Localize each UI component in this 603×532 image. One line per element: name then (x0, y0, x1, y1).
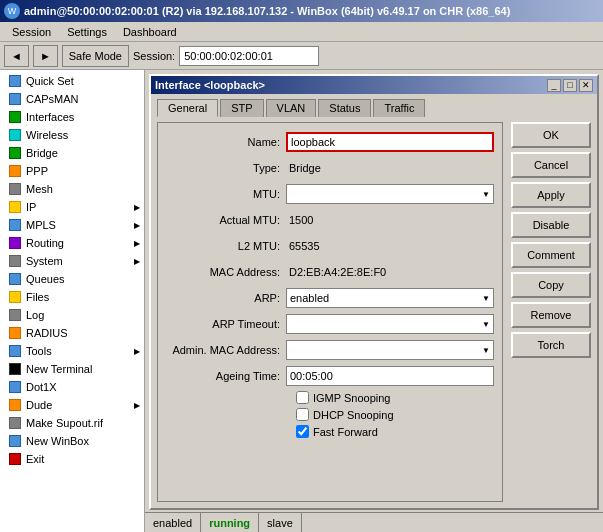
tab-status[interactable]: Status (318, 99, 371, 117)
dialog-form: Name: Type: Bridge MTU: (157, 122, 503, 502)
sidebar-item-mesh[interactable]: Mesh (0, 180, 144, 198)
forward-button[interactable]: ► (33, 45, 58, 67)
arp-label: ARP: (166, 292, 286, 304)
sidebar-item-ip[interactable]: IP ▶ (0, 198, 144, 216)
content-area: Interface <loopback> _ □ ✕ General STP V… (145, 70, 603, 532)
capsman-icon (8, 92, 22, 106)
safemode-button[interactable]: Safe Mode (62, 45, 129, 67)
sidebar-item-quickset[interactable]: Quick Set (0, 72, 144, 90)
sidebar-item-makesupout[interactable]: Make Supout.rif (0, 414, 144, 432)
menu-dashboard[interactable]: Dashboard (115, 24, 185, 40)
session-label: Session: (133, 50, 175, 62)
sidebar-item-interfaces[interactable]: Interfaces (0, 108, 144, 126)
ok-button[interactable]: OK (511, 122, 591, 148)
session-input[interactable] (179, 46, 319, 66)
type-label: Type: (166, 162, 286, 174)
sidebar-item-files[interactable]: Files (0, 288, 144, 306)
apply-button[interactable]: Apply (511, 182, 591, 208)
form-row-mac: MAC Address: D2:EB:A4:2E:8E:F0 (166, 261, 494, 283)
dialog-title-bar: Interface <loopback> _ □ ✕ (151, 76, 597, 94)
mpls-arrow: ▶ (134, 221, 140, 230)
mtu-dropdown[interactable]: ▼ (286, 184, 494, 204)
igmp-label: IGMP Snooping (313, 392, 390, 404)
menu-session[interactable]: Session (4, 24, 59, 40)
tab-general[interactable]: General (157, 99, 218, 117)
sidebar-item-newwinbox[interactable]: New WinBox (0, 432, 144, 450)
sidebar-label-makesupout: Make Supout.rif (26, 417, 103, 429)
l2mtu-label: L2 MTU: (166, 240, 286, 252)
torch-button[interactable]: Torch (511, 332, 591, 358)
arp-timeout-dropdown[interactable]: ▼ (286, 314, 494, 334)
dhcp-checkbox[interactable] (296, 408, 309, 421)
dialog-tabs: General STP VLAN Status Traffic (151, 94, 597, 116)
arp-timeout-arrow: ▼ (482, 320, 490, 329)
mpls-icon (8, 218, 22, 232)
igmp-checkbox[interactable] (296, 391, 309, 404)
admin-mac-label: Admin. MAC Address: (166, 344, 286, 356)
sidebar-item-ppp[interactable]: PPP (0, 162, 144, 180)
form-row-ageing-time: Ageing Time: (166, 365, 494, 387)
form-row-arp: ARP: enabled ▼ (166, 287, 494, 309)
sidebar-label-dot1x: Dot1X (26, 381, 57, 393)
main-layout: Quick Set CAPsMAN Interfaces Wireless (0, 70, 603, 532)
remove-button[interactable]: Remove (511, 302, 591, 328)
sidebar-item-dude[interactable]: Dude ▶ (0, 396, 144, 414)
arp-dropdown[interactable]: enabled ▼ (286, 288, 494, 308)
admin-mac-dropdown[interactable]: ▼ (286, 340, 494, 360)
menu-settings[interactable]: Settings (59, 24, 115, 40)
sidebar-item-tools[interactable]: Tools ▶ (0, 342, 144, 360)
sidebar-item-capsman[interactable]: CAPsMAN (0, 90, 144, 108)
cancel-button[interactable]: Cancel (511, 152, 591, 178)
tools-arrow: ▶ (134, 347, 140, 356)
tab-stp[interactable]: STP (220, 99, 263, 117)
arp-timeout-value: ▼ (286, 314, 494, 334)
dude-arrow: ▶ (134, 401, 140, 410)
tab-vlan[interactable]: VLAN (266, 99, 317, 117)
ppp-icon (8, 164, 22, 178)
sidebar-item-newterminal[interactable]: New Terminal (0, 360, 144, 378)
exit-icon (8, 452, 22, 466)
sidebar-item-mpls[interactable]: MPLS ▶ (0, 216, 144, 234)
dialog-maximize[interactable]: □ (563, 79, 577, 92)
sidebar-item-wireless[interactable]: Wireless (0, 126, 144, 144)
sidebar-item-queues[interactable]: Queues (0, 270, 144, 288)
sidebar-item-system[interactable]: System ▶ (0, 252, 144, 270)
name-input[interactable] (286, 132, 494, 152)
toolbar: ◄ ► Safe Mode Session: (0, 42, 603, 70)
sidebar-item-radius[interactable]: RADIUS (0, 324, 144, 342)
admin-mac-arrow: ▼ (482, 346, 490, 355)
name-label: Name: (166, 136, 286, 148)
queues-icon (8, 272, 22, 286)
mesh-icon (8, 182, 22, 196)
sidebar-item-bridge[interactable]: Bridge (0, 144, 144, 162)
sidebar-label-files: Files (26, 291, 49, 303)
dialog-buttons: OK Cancel Apply Disable Comment Copy Rem… (511, 122, 591, 502)
dialog-title-controls: _ □ ✕ (547, 79, 593, 92)
dialog-close[interactable]: ✕ (579, 79, 593, 92)
fastforward-checkbox[interactable] (296, 425, 309, 438)
sidebar-item-log[interactable]: Log (0, 306, 144, 324)
mac-static: D2:EB:A4:2E:8E:F0 (286, 264, 389, 280)
sidebar-label-routing: Routing (26, 237, 64, 249)
sidebar-label-bridge: Bridge (26, 147, 58, 159)
makesupout-icon (8, 416, 22, 430)
form-row-mtu: MTU: ▼ (166, 183, 494, 205)
back-button[interactable]: ◄ (4, 45, 29, 67)
routing-icon (8, 236, 22, 250)
sidebar-item-exit[interactable]: Exit (0, 450, 144, 468)
disable-button[interactable]: Disable (511, 212, 591, 238)
copy-button[interactable]: Copy (511, 272, 591, 298)
tab-traffic[interactable]: Traffic (373, 99, 425, 117)
status-slave: slave (259, 513, 302, 532)
title-bar-text: admin@50:00:00:02:00:01 (R2) via 192.168… (24, 5, 599, 17)
arp-text: enabled (290, 292, 329, 304)
status-running: running (201, 513, 259, 532)
form-row-l2mtu: L2 MTU: 65535 (166, 235, 494, 257)
comment-button[interactable]: Comment (511, 242, 591, 268)
sidebar-item-routing[interactable]: Routing ▶ (0, 234, 144, 252)
form-row-igmp: IGMP Snooping (166, 391, 494, 404)
ageing-time-input[interactable] (286, 366, 494, 386)
ageing-time-label: Ageing Time: (166, 370, 286, 382)
dialog-minimize[interactable]: _ (547, 79, 561, 92)
sidebar-item-dot1x[interactable]: Dot1X (0, 378, 144, 396)
